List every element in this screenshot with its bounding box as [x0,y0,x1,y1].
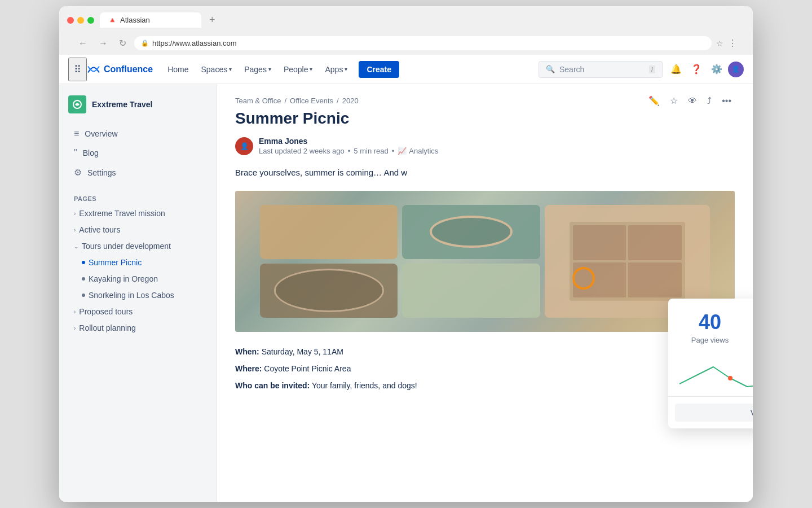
edit-button[interactable]: ✏️ [645,92,663,110]
author-row: 👤 Emma Jones Last updated 2 weeks ago • … [235,137,735,155]
user-avatar[interactable]: 👤 [728,62,744,77]
sidebar-item-blog[interactable]: " Blog [68,144,208,162]
search-box[interactable]: 🔍 Search / [539,61,663,78]
users-viewed-label: Users viewed [745,336,753,344]
reload-button[interactable]: ↻ [116,37,130,50]
author-meta: Last updated 2 weeks ago • 5 min read • … [259,147,438,155]
help-button[interactable]: ❓ [687,60,705,78]
breadcrumb: Team & Office / Office Events / 2020 [235,97,359,105]
traffic-light-green[interactable] [87,17,94,24]
analytics-label: Analytics [409,147,438,155]
lock-icon: 🔒 [141,40,149,47]
page-item-summer-picnic[interactable]: Summer Picnic [68,255,208,270]
pages-section-label: PAGES [68,195,208,202]
breadcrumb-sep-1: / [284,97,286,105]
breadcrumb-team[interactable]: Team & Office [235,97,281,105]
url-text: https://www.atlassian.com [152,39,237,47]
read-time: 5 min read [354,147,388,155]
nav-people[interactable]: People ▾ [278,62,319,77]
bookmark-button[interactable]: ☆ [716,39,723,48]
nav-pages[interactable]: Pages ▾ [239,62,277,77]
page-chevron-rollout: › [74,325,76,331]
nav-spaces[interactable]: Spaces ▾ [195,62,237,77]
content-area: Team & Office / Office Events / 2020 ✏️ … [217,84,753,502]
analytics-chart-icon: 📈 [398,147,407,155]
page-item-1[interactable]: › Active tours [68,222,208,238]
page-item-0[interactable]: › Exxtreme Travel mission [68,205,208,221]
pages-chevron-icon: ▾ [268,66,271,72]
tab-favicon: 🔺 [108,16,117,24]
address-bar[interactable]: 🔒 https://www.atlassian.com [134,36,712,50]
spaces-chevron-icon: ▾ [229,66,232,72]
tab-title: Atlassian [120,16,150,24]
analytics-popup: 40 Page views 31 Users viewed 3 Comments [668,299,753,428]
bullet-snorkeling [82,294,85,297]
page-chevron-1: › [74,227,76,233]
watch-button[interactable]: 👁 [685,92,700,110]
svg-point-1 [728,376,732,380]
page-views-label: Page views [679,336,740,344]
page-label-rollout: Rollout planning [79,323,135,332]
author-info: Emma Jones Last updated 2 weeks ago • 5 … [259,137,438,155]
sidebar-header: Exxtreme Travel [68,95,208,113]
confluence-logo[interactable]: Confluence [87,63,153,76]
page-tree: › Exxtreme Travel mission › Active tours… [68,205,208,336]
star-page-button[interactable]: ☆ [667,92,681,110]
settings-label: Settings [87,168,116,177]
page-item-kayaking[interactable]: Kayaking in Oregon [68,271,208,287]
page-chevron-2: ⌄ [74,243,78,249]
share-button[interactable]: ⤴ [704,92,715,110]
settings-button[interactable]: ⚙️ [708,60,726,78]
nav-home[interactable]: Home [162,62,194,77]
stat-page-views: 40 Page views [679,312,740,344]
who-label: Who can be invited: [235,381,310,390]
page-item-2[interactable]: ⌄ Tours under development [68,238,208,254]
page-label-snorkeling: Snorkeling in Los Cabos [89,291,174,300]
browser-tab[interactable]: 🔺 Atlassian [100,12,201,28]
page-label-0: Exxtreme Travel mission [79,209,165,218]
grid-menu-button[interactable]: ⠿ [68,58,87,81]
settings-sidebar-icon: ⚙ [74,167,82,178]
breadcrumb-sep-2: / [337,97,339,105]
more-options-button[interactable]: ••• [718,92,735,110]
page-item-proposed[interactable]: › Proposed tours [68,304,208,319]
nav-apps[interactable]: Apps ▾ [319,62,353,77]
space-name: Exxtreme Travel [92,100,152,109]
page-intro: Brace yourselves, summer is coming… And … [235,167,735,179]
overview-icon: ≡ [74,129,79,139]
page-label-2: Tours under development [82,242,171,251]
breadcrumb-office[interactable]: Office Events [290,97,333,105]
page-label-kayaking: Kayaking in Oregon [89,274,158,283]
who-value: Your family, friends, and dogs! [312,381,417,390]
analytics-link[interactable]: 📈 Analytics [398,147,438,155]
sidebar-item-overview[interactable]: ≡ Overview [68,125,208,143]
back-button[interactable]: ← [75,37,91,50]
breadcrumb-year[interactable]: 2020 [342,97,359,105]
browser-more-button[interactable]: ⋮ [728,38,737,49]
space-icon [68,95,86,113]
traffic-light-yellow[interactable] [77,17,84,24]
view-analytics-button[interactable]: View analytics [675,404,753,422]
users-viewed-number: 31 [745,312,753,332]
page-title: Summer Picnic [235,110,735,128]
traffic-light-red[interactable] [67,17,74,24]
page-label-proposed: Proposed tours [79,307,133,316]
bullet-summer-picnic [82,261,85,264]
search-placeholder: Search [559,65,645,74]
when-value: Saturday, May 5, 11AM [262,347,343,356]
when-label: When: [235,347,259,356]
sidebar: Exxtreme Travel ≡ Overview " Blog ⚙ Sett… [59,84,217,502]
page-item-snorkeling[interactable]: Snorkeling in Los Cabos [68,287,208,303]
notifications-button[interactable]: 🔔 [667,60,685,78]
sidebar-item-settings[interactable]: ⚙ Settings [68,163,208,182]
new-tab-button[interactable]: + [205,12,220,28]
top-navigation: ⠿ Confluence Home Spaces ▾ Pages ▾ [59,55,753,84]
page-item-rollout[interactable]: › Rollout planning [68,320,208,336]
forward-button[interactable]: → [95,37,111,50]
people-chevron-icon: ▾ [310,66,312,72]
content-image [235,191,735,332]
search-shortcut: / [649,65,655,73]
mini-chart: 4 [668,351,753,396]
apps-chevron-icon: ▾ [345,66,347,72]
create-button[interactable]: Create [359,61,399,78]
